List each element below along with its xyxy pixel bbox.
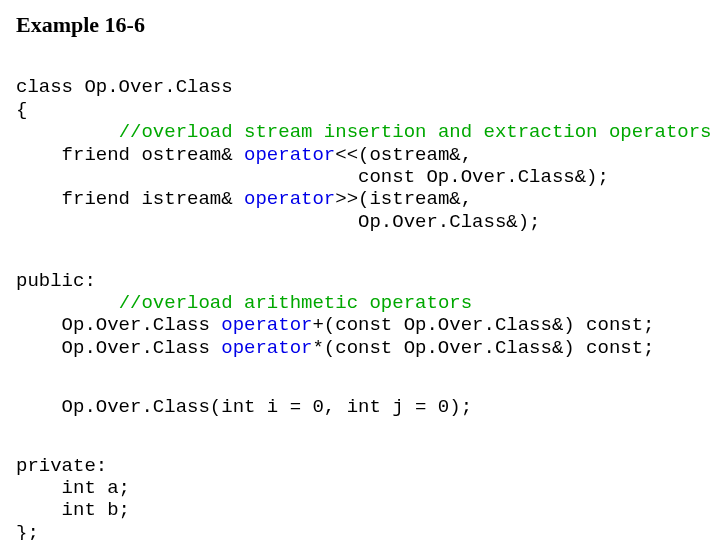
code-comment: //overload stream insertion and extracti… <box>119 121 712 143</box>
keyword-operator: operator <box>221 314 312 336</box>
code-line: //overload stream insertion and extracti… <box>16 121 712 143</box>
code-line: friend ostream& operator<<(ostream&, <box>16 144 472 166</box>
code-line: Op.Over.Class operator*(const Op.Over.Cl… <box>16 337 655 359</box>
code-line: private: <box>16 455 107 477</box>
keyword-operator: operator <box>244 144 335 166</box>
code-line: public: <box>16 270 96 292</box>
code-line: Op.Over.Class(int i = 0, int j = 0); <box>16 396 472 418</box>
code-comment: //overload arithmetic operators <box>119 292 472 314</box>
keyword-operator: operator <box>244 188 335 210</box>
code-line: //overload arithmetic operators <box>16 292 472 314</box>
code-line: int a; <box>16 477 130 499</box>
code-block: class Op.Over.Class { //overload stream … <box>16 54 704 540</box>
code-line: friend istream& operator>>(istream&, <box>16 188 472 210</box>
code-line: class Op.Over.Class <box>16 76 233 98</box>
keyword-operator: operator <box>221 337 312 359</box>
code-line: }; <box>16 522 39 540</box>
example-title: Example 16-6 <box>16 12 704 38</box>
code-line: Op.Over.Class&); <box>16 211 541 233</box>
code-line: int b; <box>16 499 130 521</box>
code-line: { <box>16 99 27 121</box>
code-line: Op.Over.Class operator+(const Op.Over.Cl… <box>16 314 655 336</box>
code-line: const Op.Over.Class&); <box>16 166 609 188</box>
